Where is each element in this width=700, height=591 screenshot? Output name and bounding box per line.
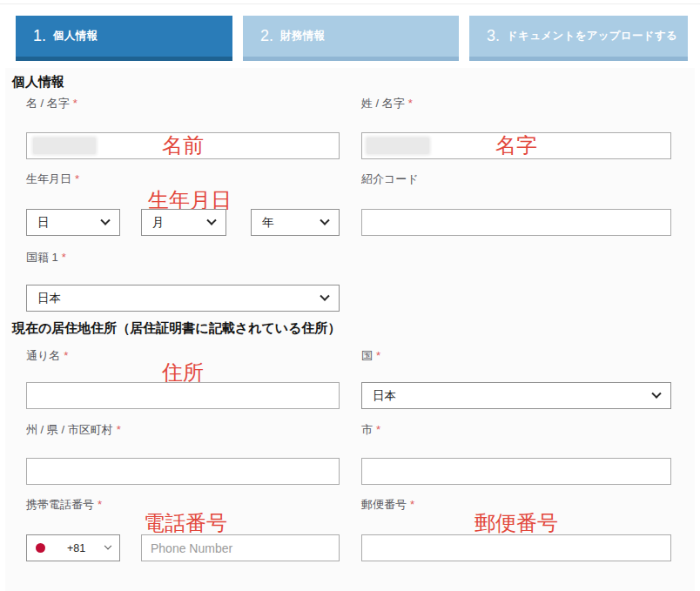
required-mark: * — [117, 423, 121, 436]
chevron-down-icon — [320, 215, 329, 225]
redacted-last-name-value — [367, 138, 429, 154]
phone-input[interactable] — [141, 534, 340, 561]
postal-code-input[interactable] — [361, 534, 671, 561]
nationality-select[interactable]: 日本 — [26, 285, 340, 312]
phone-label: 携帯電話番号* — [26, 497, 102, 513]
tab-upload-documents[interactable]: 3. ドキュメントをアップロードする — [469, 16, 688, 61]
birth-month-value: 月 — [152, 215, 165, 231]
street-input[interactable] — [26, 382, 340, 409]
nationality-value: 日本 — [37, 291, 61, 306]
japan-flag-icon — [36, 543, 45, 553]
dial-code-select[interactable]: +81 — [26, 534, 120, 561]
country-label: 国* — [361, 348, 380, 364]
last-name-label: 姓 / 名字* — [361, 96, 413, 111]
tab-number: 2. — [260, 27, 273, 45]
required-mark: * — [75, 172, 79, 185]
dial-code-value: +81 — [67, 542, 85, 554]
city-input[interactable] — [361, 458, 671, 485]
state-input[interactable] — [26, 458, 340, 485]
nationality-label: 国籍 1* — [26, 250, 66, 265]
birth-day-select[interactable]: 日 — [26, 209, 120, 236]
required-mark: * — [410, 498, 414, 511]
kyc-registration-page: 1. 個人情報 2. 財務情報 3. ドキュメントをアップロードする 個人情報 … — [0, 0, 700, 591]
required-mark: * — [73, 97, 77, 110]
chevron-down-icon — [100, 215, 110, 225]
required-mark: * — [376, 423, 380, 436]
chevron-down-icon — [206, 215, 216, 225]
tab-financial-info[interactable]: 2. 財務情報 — [243, 16, 459, 61]
tab-label: 財務情報 — [280, 29, 325, 44]
tab-label: 個人情報 — [53, 29, 98, 44]
referral-code-input[interactable] — [361, 209, 671, 236]
chevron-down-icon — [104, 541, 111, 548]
personal-info-heading: 個人情報 — [12, 74, 64, 91]
tab-number: 3. — [487, 27, 500, 45]
birth-year-value: 年 — [262, 215, 274, 231]
required-mark: * — [376, 349, 380, 362]
tab-personal-info[interactable]: 1. 個人情報 — [16, 16, 232, 61]
tab-label: ドキュメントをアップロードする — [507, 29, 677, 44]
street-label: 通り名* — [26, 348, 68, 364]
top-divider — [0, 3, 700, 4]
required-mark: * — [408, 97, 413, 110]
birth-date-label: 生年月日* — [26, 171, 79, 187]
birth-day-value: 日 — [37, 215, 50, 231]
required-mark: * — [62, 251, 66, 264]
city-label: 市* — [361, 422, 380, 438]
postal-code-label: 郵便番号* — [361, 497, 414, 513]
birth-year-select[interactable]: 年 — [251, 209, 340, 236]
birth-month-select[interactable]: 月 — [141, 209, 226, 236]
required-mark: * — [98, 498, 102, 511]
country-select[interactable]: 日本 — [361, 382, 671, 409]
first-name-label: 名 / 名字* — [26, 96, 77, 111]
required-mark: * — [64, 349, 68, 362]
chevron-down-icon — [651, 388, 661, 398]
referral-code-label: 紹介コード — [361, 171, 419, 187]
state-label: 州 / 県 / 市区町村* — [26, 422, 121, 438]
chevron-down-icon — [320, 291, 329, 300]
redacted-first-name-value — [33, 138, 96, 154]
tab-number: 1. — [33, 27, 46, 45]
address-heading: 現在の居住地住所（居住証明書に記載されている住所） — [12, 320, 340, 337]
country-value: 日本 — [373, 388, 396, 404]
